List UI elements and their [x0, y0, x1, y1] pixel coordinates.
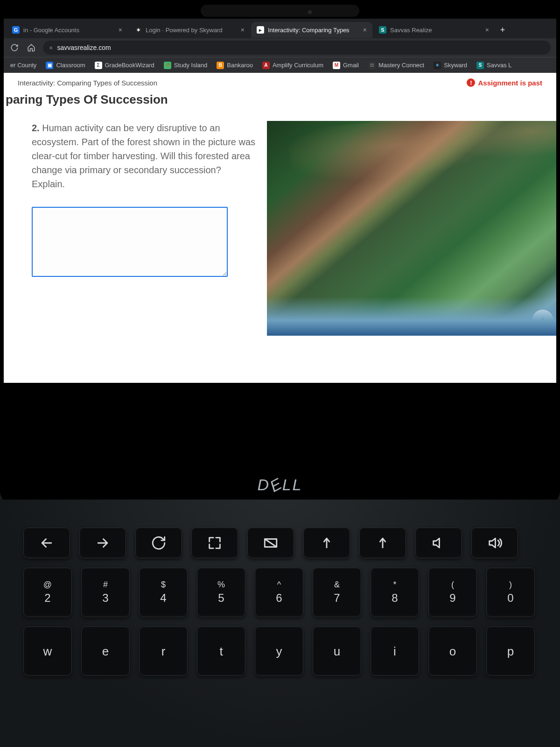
bookmark-study-island[interactable]: 🌴Study Island [164, 62, 208, 69]
skyward-favicon-icon: ✶ [134, 26, 142, 34]
letter-key-w[interactable]: w [23, 627, 72, 676]
dell-brand-logo: DELL [257, 476, 302, 494]
bookmark-gradebookwizard[interactable]: ΣGradeBookWizard [95, 62, 154, 69]
bankaroo-icon: B [217, 62, 224, 69]
tab-savvas-realize[interactable]: S Savvas Realize × [373, 22, 495, 38]
number-key-9[interactable]: (9 [428, 568, 477, 617]
letter-key-i[interactable]: i [371, 627, 419, 676]
bookmark-mastery-connect[interactable]: ∷Mastery Connect [368, 62, 424, 69]
bookmark-gmail[interactable]: MGmail [333, 62, 359, 69]
bookmark-er-county[interactable]: er County [10, 62, 36, 69]
webcam-notch [201, 5, 359, 17]
fn-key[interactable] [359, 528, 406, 558]
number-key-2[interactable]: @2 [23, 568, 72, 617]
letter-key-r[interactable]: r [139, 627, 188, 676]
alert-icon: ! [467, 78, 475, 87]
bookmark-bankaroo[interactable]: BBankaroo [217, 62, 253, 69]
tab-title: Login · Powered by Skyward [146, 27, 223, 34]
savvas-favicon-icon: S [379, 26, 386, 34]
number-key-7[interactable]: &7 [313, 568, 361, 617]
fn-key[interactable] [415, 528, 462, 558]
bookmark-savvas[interactable]: SSavvas L [476, 62, 511, 69]
number-key-0[interactable]: )0 [486, 568, 535, 617]
fn-key[interactable] [247, 528, 294, 558]
gmail-icon: M [333, 62, 340, 69]
breadcrumb: Interactivity: Comparing Types of Succes… [18, 79, 157, 87]
question-number: 2. [32, 123, 40, 133]
fn-key[interactable] [471, 528, 518, 558]
study-island-icon: 🌴 [164, 62, 171, 69]
question-body: Human activity can be very disruptive to… [32, 123, 255, 189]
letter-key-e[interactable]: e [81, 627, 130, 676]
browser-window: G in - Google Accounts × ✶ Login · Power… [4, 19, 556, 383]
url-domain: savvasrealize.com [57, 44, 111, 51]
bookmark-classroom[interactable]: ▣Classroom [46, 62, 85, 69]
number-key-8[interactable]: *8 [371, 568, 419, 617]
bookmark-skyward[interactable]: ✶Skyward [434, 62, 467, 69]
page-title: paring Types Of Succession [4, 90, 556, 112]
gradebook-icon: Σ [95, 62, 102, 69]
amplify-icon: A [262, 62, 270, 69]
fn-key[interactable] [191, 528, 238, 558]
tab-title: in - Google Accounts [23, 27, 79, 34]
alpha-key-row: wertyuiop [23, 627, 537, 676]
bookmarks-bar: er County ▣Classroom ΣGradeBookWizard 🌴S… [4, 57, 556, 73]
assignment-past-due-alert: ! Assignment is past [467, 78, 542, 87]
function-key-row [23, 528, 537, 558]
succession-forest-image [267, 121, 556, 336]
tab-interactivity-active[interactable]: ▸ Interactivity: Comparing Types × [251, 22, 372, 38]
question-block: 2. Human activity can be very disruptive… [32, 121, 256, 336]
fn-key[interactable] [79, 528, 126, 558]
number-key-6[interactable]: ^6 [255, 568, 303, 617]
fn-key[interactable] [135, 528, 182, 558]
skyward-icon: ✶ [434, 62, 441, 69]
letter-key-o[interactable]: o [428, 627, 477, 676]
tab-strip: G in - Google Accounts × ✶ Login · Power… [4, 19, 556, 38]
classroom-icon: ▣ [46, 62, 53, 69]
laptop-keyboard: @2#3$4%5^6&7*8(9)0 wertyuiop [0, 500, 560, 747]
tab-title: Interactivity: Comparing Types [268, 27, 350, 34]
letter-key-u[interactable]: u [313, 627, 361, 676]
fn-key[interactable] [23, 528, 70, 558]
address-bar[interactable]: ≡ savvasrealize.com [43, 41, 551, 55]
previous-image-button[interactable] [532, 310, 553, 331]
number-key-4[interactable]: $4 [139, 568, 188, 617]
tab-title: Savvas Realize [390, 27, 432, 34]
close-tab-icon[interactable]: × [119, 26, 122, 34]
bookmark-amplify[interactable]: AAmplify Curriculum [262, 62, 323, 69]
close-tab-icon[interactable]: × [241, 26, 245, 34]
number-key-3[interactable]: #3 [81, 568, 130, 617]
home-icon[interactable] [26, 42, 36, 53]
letter-key-y[interactable]: y [255, 627, 303, 676]
mastery-connect-icon: ∷ [368, 62, 376, 69]
answer-input[interactable] [32, 207, 228, 277]
question-text: 2. Human activity can be very disruptive… [32, 121, 256, 191]
reload-icon[interactable] [9, 42, 20, 53]
tab-skyward-login[interactable]: ✶ Login · Powered by Skyward × [129, 22, 250, 38]
letter-key-p[interactable]: p [486, 627, 535, 676]
tab-google-accounts[interactable]: G in - Google Accounts × [7, 22, 128, 38]
number-key-row: @2#3$4%5^6&7*8(9)0 [23, 568, 537, 617]
page-content: Interactivity: Comparing Types of Succes… [4, 73, 556, 383]
laptop-screen: G in - Google Accounts × ✶ Login · Power… [0, 0, 560, 504]
letter-key-t[interactable]: t [197, 627, 245, 676]
google-favicon-icon: G [12, 26, 20, 34]
site-info-icon[interactable]: ≡ [49, 45, 52, 50]
new-tab-button[interactable]: + [496, 23, 510, 37]
webcam-lens [308, 10, 312, 14]
realize-favicon-icon: ▸ [257, 26, 264, 34]
number-key-5[interactable]: %5 [197, 568, 245, 617]
savvas-icon: S [476, 62, 484, 69]
close-tab-icon[interactable]: × [485, 26, 489, 34]
close-tab-icon[interactable]: × [363, 26, 367, 34]
fn-key[interactable] [303, 528, 350, 558]
browser-toolbar: ≡ savvasrealize.com [4, 38, 556, 57]
